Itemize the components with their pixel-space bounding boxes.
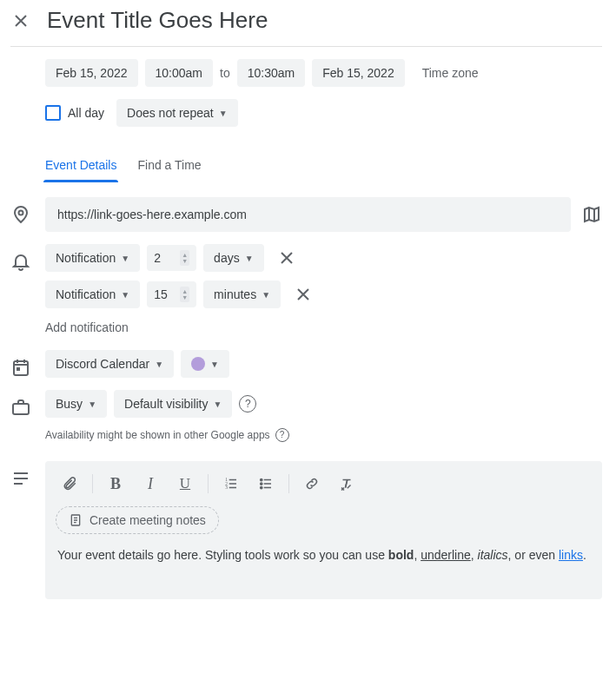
- calendar-name: Discord Calendar: [56, 357, 149, 371]
- meeting-notes-label: Create meeting notes: [89, 513, 206, 527]
- all-day-label: All day: [68, 106, 104, 120]
- description-icon: [10, 468, 31, 489]
- chevron-down-icon: ▼: [88, 399, 96, 409]
- help-icon[interactable]: ?: [239, 395, 256, 412]
- all-day-checkbox[interactable]: [45, 105, 61, 121]
- remove-notification-2[interactable]: [293, 284, 314, 305]
- color-select[interactable]: ▼: [181, 350, 229, 378]
- start-time-chip[interactable]: 10:00am: [145, 59, 213, 87]
- notification-value-1[interactable]: [154, 251, 176, 265]
- bold-icon[interactable]: B: [100, 470, 131, 498]
- toolbar-divider: [92, 474, 93, 493]
- timezone-button[interactable]: Time zone: [422, 66, 479, 80]
- description-text[interactable]: Your event details go here. Styling tool…: [45, 546, 602, 564]
- notification-unit-select-1[interactable]: days ▼: [203, 244, 263, 272]
- svg-rect-3: [13, 404, 29, 414]
- notification-unit-label: days: [214, 251, 240, 265]
- availability-label: Busy: [56, 397, 83, 411]
- notification-unit-label: minutes: [214, 287, 256, 301]
- svg-rect-1: [14, 361, 28, 375]
- svg-point-8: [261, 483, 262, 485]
- notification-value-input-2[interactable]: ▲▼: [147, 281, 196, 307]
- document-icon: [69, 513, 83, 527]
- chevron-down-icon: ▼: [245, 254, 254, 263]
- desc-underline: underline: [421, 548, 471, 562]
- chevron-down-icon: ▼: [155, 360, 163, 369]
- svg-point-9: [261, 486, 262, 488]
- help-icon[interactable]: ?: [275, 428, 289, 442]
- notification-type-select-2[interactable]: Notification ▼: [45, 280, 140, 308]
- briefcase-icon: [10, 397, 31, 418]
- desc-italics: italics: [478, 548, 508, 562]
- toolbar-divider: [288, 474, 289, 493]
- value-stepper-1[interactable]: ▲▼: [180, 250, 189, 266]
- to-label: to: [220, 66, 230, 80]
- end-time-chip[interactable]: 10:30am: [237, 59, 305, 87]
- create-meeting-notes-button[interactable]: Create meeting notes: [56, 506, 219, 534]
- link-icon[interactable]: [296, 470, 328, 498]
- start-date-chip[interactable]: Feb 15, 2022: [45, 59, 138, 87]
- svg-rect-2: [17, 367, 20, 371]
- visibility-select[interactable]: Default visibility ▼: [114, 390, 232, 418]
- calendar-select[interactable]: Discord Calendar ▼: [45, 350, 174, 378]
- chevron-down-icon: ▼: [214, 399, 222, 409]
- remove-notification-1[interactable]: [276, 248, 297, 268]
- bullet-list-icon[interactable]: [250, 470, 282, 498]
- chevron-down-icon: ▼: [121, 254, 129, 263]
- italic-icon[interactable]: I: [135, 470, 166, 498]
- desc-bold: bold: [388, 548, 414, 562]
- chevron-down-icon: ▼: [121, 290, 129, 300]
- value-stepper-2[interactable]: ▲▼: [180, 287, 189, 302]
- location-pin-icon: [10, 204, 31, 225]
- toolbar-divider: [208, 474, 209, 493]
- desc-segment: Your event details go here. Styling tool…: [57, 548, 388, 562]
- svg-point-0: [19, 211, 23, 215]
- color-swatch: [191, 357, 205, 371]
- notification-type-label: Notification: [56, 287, 116, 301]
- bell-icon: [10, 251, 31, 272]
- location-input[interactable]: [45, 197, 571, 232]
- clear-formatting-icon[interactable]: [331, 470, 362, 498]
- event-title[interactable]: Event Title Goes Here: [47, 7, 268, 34]
- tab-find-a-time[interactable]: Find a Time: [137, 155, 201, 182]
- availability-select[interactable]: Busy ▼: [45, 390, 107, 418]
- recurrence-label: Does not repeat: [127, 106, 214, 120]
- numbered-list-icon[interactable]: 123: [215, 470, 247, 498]
- visibility-label: Default visibility: [124, 397, 208, 411]
- notification-value-2[interactable]: [154, 287, 176, 301]
- end-date-chip[interactable]: Feb 15, 2022: [312, 59, 405, 87]
- underline-icon[interactable]: U: [169, 470, 201, 498]
- notification-value-input-1[interactable]: ▲▼: [147, 245, 196, 271]
- notification-unit-select-2[interactable]: minutes ▼: [203, 280, 281, 308]
- add-notification-button[interactable]: Add notification: [45, 317, 602, 338]
- desc-segment: ,: [471, 548, 478, 562]
- chevron-down-icon: ▼: [262, 290, 270, 300]
- availability-hint: Availability might be shown in other Goo…: [45, 429, 270, 441]
- calendar-icon: [10, 357, 31, 378]
- desc-link[interactable]: links: [559, 548, 583, 562]
- desc-segment: .: [583, 548, 586, 562]
- desc-segment: , or even: [508, 548, 559, 562]
- description-editor[interactable]: B I U 123: [45, 461, 602, 599]
- recurrence-select[interactable]: Does not repeat ▼: [116, 99, 238, 127]
- notification-type-select-1[interactable]: Notification ▼: [45, 244, 140, 272]
- close-icon[interactable]: [10, 10, 31, 31]
- tab-event-details[interactable]: Event Details: [45, 155, 116, 182]
- map-icon[interactable]: [581, 204, 602, 225]
- svg-point-7: [261, 478, 262, 480]
- chevron-down-icon: ▼: [219, 109, 228, 118]
- chevron-down-icon: ▼: [210, 360, 219, 369]
- notification-type-label: Notification: [56, 251, 116, 265]
- svg-text:3: 3: [225, 485, 228, 490]
- attachment-icon[interactable]: [54, 470, 85, 498]
- desc-segment: ,: [414, 548, 421, 562]
